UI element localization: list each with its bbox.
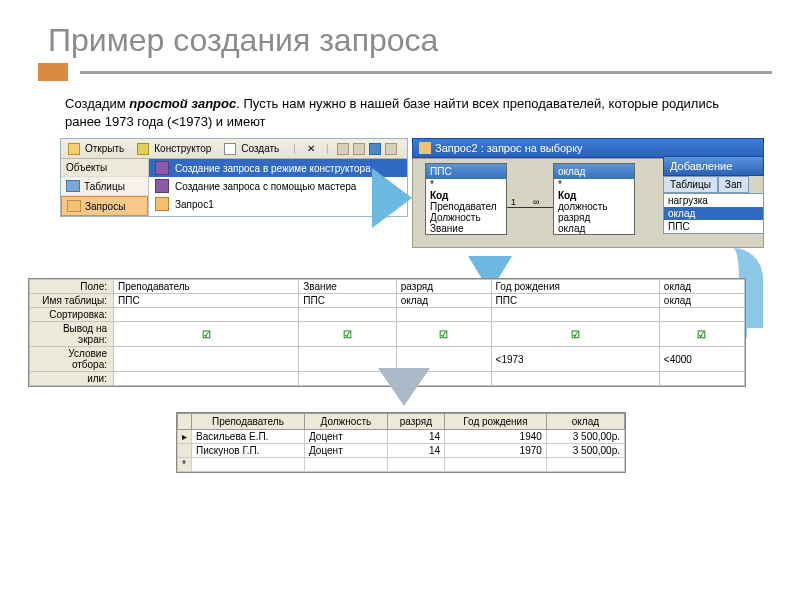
col-header[interactable]: разряд [387,414,444,430]
field-list-header: ППС [426,164,506,179]
grid-cell[interactable] [114,372,299,386]
grid-cell[interactable] [659,308,744,322]
cell[interactable]: Доцент [304,430,387,444]
design-button[interactable]: Конструктор [134,141,217,156]
checkbox-icon[interactable]: ☑ [697,329,706,340]
sidebar-item-queries[interactable]: Запросы [61,196,148,216]
cell[interactable] [546,458,624,472]
delete-button[interactable]: ✕ [304,142,318,155]
cell[interactable]: 1940 [445,430,547,444]
label-show: Вывод на экран: [30,322,114,347]
sidebar-item-tables[interactable]: Таблицы [61,177,148,196]
field-item[interactable]: Должность [426,212,506,223]
grid-cell[interactable]: оклад [659,294,744,308]
field-item[interactable]: должность [554,201,634,212]
field-list-oklad[interactable]: оклад * Код должность разряд оклад [553,163,635,235]
result-datasheet: Преподаватель Должность разряд Год рожде… [176,412,626,473]
design-icon [137,143,149,155]
list-item[interactable]: Создание запроса с помощью мастера [149,177,407,195]
grid-cell[interactable]: ППС [299,294,396,308]
field-item[interactable]: разряд [554,212,634,223]
cell[interactable] [445,458,547,472]
view-list-icon[interactable] [369,143,381,155]
row-selector[interactable]: * [178,458,192,472]
checkbox-icon[interactable]: ☑ [202,329,211,340]
row-selector[interactable]: ▸ [178,430,192,444]
grid-cell[interactable]: Год рождения [491,280,659,294]
grid-cell[interactable] [114,347,299,372]
cell[interactable] [192,458,305,472]
list-item[interactable]: нагрузка [664,194,763,207]
grid-cell[interactable] [659,372,744,386]
label-or: или: [30,372,114,386]
checkbox-icon[interactable]: ☑ [343,329,352,340]
grid-cell[interactable]: оклад [659,280,744,294]
database-window: Открыть Конструктор Создать | ✕ | Объект… [60,138,408,217]
tab-tables[interactable]: Таблицы [663,176,718,193]
field-item[interactable]: оклад [554,223,634,234]
list-item[interactable]: оклад [664,207,763,220]
field-item[interactable]: * [554,179,634,190]
col-header[interactable]: оклад [546,414,624,430]
list-item[interactable]: ППС [664,220,763,233]
grid-cell[interactable]: Звание [299,280,396,294]
grid-cell[interactable]: ☑ [396,322,491,347]
cell[interactable]: Пискунов Г.П. [192,444,305,458]
grid-cell[interactable]: Преподаватель [114,280,299,294]
cell[interactable]: 14 [387,444,444,458]
arrow-down-icon [378,368,430,406]
label-table: Имя таблицы: [30,294,114,308]
add-table-dialog: Добавление Таблицы Зап нагрузка оклад ПП… [663,156,764,234]
cell[interactable]: 3 500,00р. [546,430,624,444]
view-large-icon[interactable] [337,143,349,155]
grid-cell[interactable]: <1973 [491,347,659,372]
grid-cell[interactable]: разряд [396,280,491,294]
cell[interactable] [304,458,387,472]
cell[interactable]: 1970 [445,444,547,458]
table-row-new: * [178,458,625,472]
label-criteria: Условие отбора: [30,347,114,372]
query-item-icon [155,197,169,211]
add-table-list: нагрузка оклад ППС [663,193,764,234]
row-show: Вывод на экран: ☑ ☑ ☑ ☑ ☑ [30,322,745,347]
checkbox-icon[interactable]: ☑ [439,329,448,340]
grid-cell[interactable]: ППС [114,294,299,308]
row-field: Поле: Преподаватель Звание разряд Год ро… [30,280,745,294]
view-details-icon[interactable] [385,143,397,155]
grid-cell[interactable]: ☑ [299,322,396,347]
grid-cell[interactable] [114,308,299,322]
row-selector[interactable] [178,444,192,458]
field-list-pps[interactable]: ППС * Код Преподавател Должность Звание [425,163,507,235]
col-header[interactable]: Преподаватель [192,414,305,430]
add-table-header: Добавление [663,156,764,176]
list-item[interactable]: Создание запроса в режиме конструктора [149,159,407,177]
view-small-icon[interactable] [353,143,365,155]
tab-queries[interactable]: Зап [718,176,749,193]
grid-cell[interactable]: оклад [396,294,491,308]
grid-cell[interactable]: ППС [491,294,659,308]
field-item[interactable]: * [426,179,506,190]
cell[interactable] [387,458,444,472]
checkbox-icon[interactable]: ☑ [571,329,580,340]
col-header[interactable]: Должность [304,414,387,430]
cell[interactable]: 14 [387,430,444,444]
field-item[interactable]: Звание [426,223,506,234]
grid-cell[interactable] [299,308,396,322]
create-button[interactable]: Создать [221,141,285,156]
grid-cell[interactable] [491,372,659,386]
open-button[interactable]: Открыть [65,141,130,156]
grid-cell[interactable]: ☑ [659,322,744,347]
grid-cell[interactable]: ☑ [491,322,659,347]
cell[interactable]: Доцент [304,444,387,458]
field-item[interactable]: Код [426,190,506,201]
grid-cell[interactable] [396,308,491,322]
grid-cell[interactable]: ☑ [114,322,299,347]
cell[interactable]: Васильева Е.П. [192,430,305,444]
cell[interactable]: 3 500,00р. [546,444,624,458]
grid-cell[interactable]: <4000 [659,347,744,372]
col-header[interactable]: Год рождения [445,414,547,430]
field-item[interactable]: Код [554,190,634,201]
field-item[interactable]: Преподавател [426,201,506,212]
grid-cell[interactable] [491,308,659,322]
list-item[interactable]: Запрос1 [149,195,407,213]
